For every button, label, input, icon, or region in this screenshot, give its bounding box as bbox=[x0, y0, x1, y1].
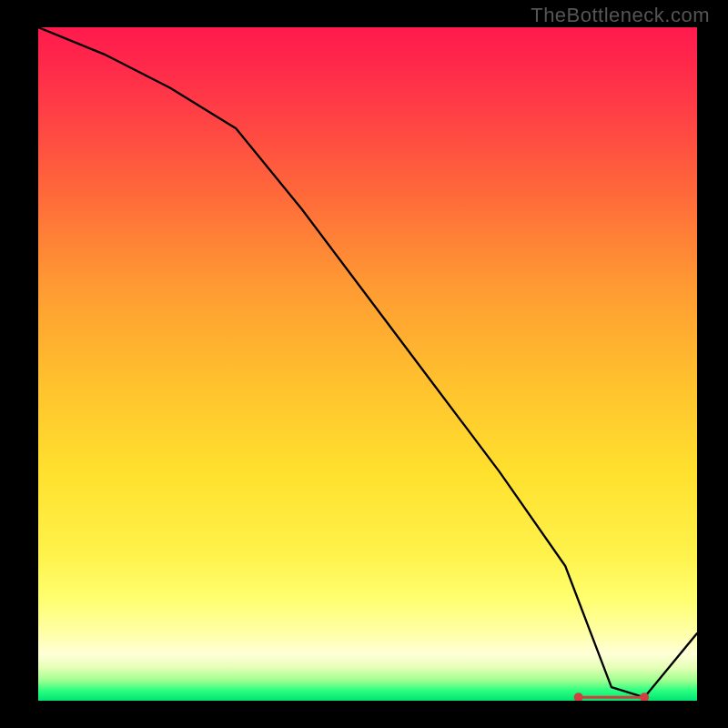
watermark-text: TheBottleneck.com bbox=[531, 4, 710, 27]
optimal-range-dot-start bbox=[574, 693, 583, 701]
optimal-range-marker bbox=[574, 693, 649, 701]
chart-overlay bbox=[38, 27, 697, 701]
plot-area bbox=[38, 27, 697, 701]
chart-container: TheBottleneck.com bbox=[0, 0, 728, 728]
bottleneck-curve bbox=[38, 27, 697, 697]
